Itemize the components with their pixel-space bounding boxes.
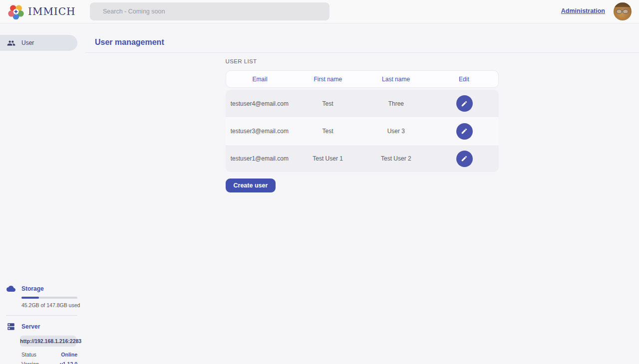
main-content: USER LIST Email First name Last name Edi… bbox=[85, 53, 639, 192]
create-user-button[interactable]: Create user bbox=[226, 179, 276, 192]
page-title-band: User management bbox=[85, 23, 639, 53]
storage-progress-fill bbox=[21, 297, 39, 299]
cloud-icon bbox=[6, 284, 15, 293]
user-last-name: Three bbox=[362, 100, 430, 107]
glasses-graphic bbox=[616, 8, 630, 14]
edit-user-button[interactable] bbox=[456, 123, 473, 140]
pencil-icon bbox=[461, 100, 468, 107]
storage-title: Storage bbox=[21, 285, 44, 292]
user-list-title: USER LIST bbox=[226, 58, 499, 64]
storage-section-header: Storage bbox=[0, 283, 85, 294]
edit-user-button[interactable] bbox=[456, 95, 473, 112]
server-url-chip: http://192.168.1.216:2283 bbox=[20, 336, 76, 347]
storage-usage-text: 45.2GB of 147.8GB used bbox=[21, 302, 85, 308]
user-avatar[interactable] bbox=[614, 2, 632, 20]
server-version-row: Version v1.12.0 bbox=[21, 361, 77, 364]
col-header-last-name: Last name bbox=[362, 76, 430, 83]
user-email: testuser1@email.com bbox=[226, 155, 294, 162]
user-first-name: Test bbox=[294, 128, 362, 135]
user-email: testuser4@email.com bbox=[226, 100, 294, 107]
user-last-name: Test User 2 bbox=[362, 155, 430, 162]
server-icon bbox=[6, 322, 15, 331]
page-title: User management bbox=[95, 38, 164, 47]
admin-sidebar: User Storage 45.2GB of 147.8GB used Serv… bbox=[0, 23, 85, 364]
immich-logo: IMMICH bbox=[8, 3, 76, 20]
server-status-row: Status Online bbox=[21, 352, 77, 358]
table-row: testuser3@email.com Test User 3 bbox=[226, 117, 499, 145]
app-header: IMMICH Administration bbox=[0, 0, 639, 23]
sidebar-item-user[interactable]: User bbox=[0, 35, 77, 51]
version-value: v1.12.0 bbox=[60, 361, 77, 364]
storage-progress-bar bbox=[21, 297, 77, 299]
user-first-name: Test User 1 bbox=[294, 155, 362, 162]
table-row: testuser1@email.com Test User 1 Test Use… bbox=[226, 145, 499, 172]
table-row: testuser4@email.com Test Three bbox=[226, 90, 499, 117]
sidebar-status-panel: Storage 45.2GB of 147.8GB used Server ht… bbox=[0, 283, 85, 364]
pencil-icon bbox=[461, 128, 468, 135]
immich-flower-icon bbox=[8, 3, 24, 19]
edit-user-button[interactable] bbox=[456, 151, 473, 167]
user-first-name: Test bbox=[294, 100, 362, 107]
user-last-name: User 3 bbox=[362, 128, 430, 135]
search-bar bbox=[90, 2, 329, 20]
logo-wordmark: IMMICH bbox=[28, 5, 76, 17]
status-value: Online bbox=[61, 352, 77, 358]
col-header-email: Email bbox=[226, 76, 294, 83]
status-label: Status bbox=[21, 352, 36, 358]
users-icon bbox=[7, 39, 15, 47]
sidebar-divider bbox=[6, 315, 77, 316]
search-input[interactable] bbox=[90, 2, 329, 20]
user-table-header: Email First name Last name Edit bbox=[226, 70, 499, 88]
user-table-body: testuser4@email.com Test Three testuser3… bbox=[226, 90, 499, 172]
col-header-edit: Edit bbox=[430, 76, 498, 83]
col-header-first-name: First name bbox=[294, 76, 362, 83]
sidebar-item-user-label: User bbox=[21, 39, 34, 46]
version-label: Version bbox=[21, 361, 39, 364]
server-title: Server bbox=[21, 323, 40, 330]
server-section-header: Server bbox=[0, 321, 85, 332]
administration-link[interactable]: Administration bbox=[561, 7, 605, 14]
user-email: testuser3@email.com bbox=[226, 128, 294, 135]
pencil-icon bbox=[461, 155, 468, 162]
